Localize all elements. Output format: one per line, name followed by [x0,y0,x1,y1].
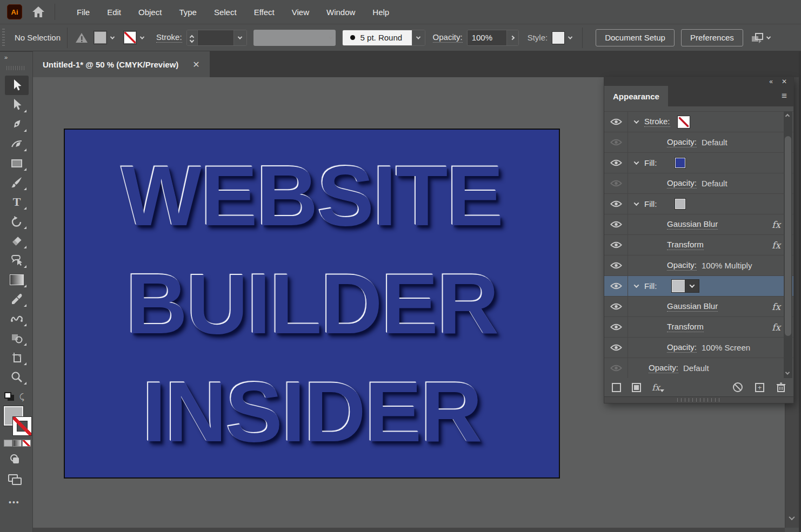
fill-swatch-dropdown-icon[interactable] [685,280,699,292]
artboard-tool-icon[interactable] [5,348,29,367]
none-mode-icon[interactable] [22,440,31,447]
add-new-fill-icon[interactable] [632,383,641,392]
eraser-tool-icon[interactable] [5,231,29,251]
fill-swatch[interactable] [94,31,107,44]
tab-close-icon[interactable]: ✕ [192,59,199,70]
stroke-none-swatch[interactable] [678,116,690,128]
stroke-dropdown-icon[interactable] [137,31,148,44]
visibility-eye-icon[interactable] [604,194,628,214]
duplicate-item-icon[interactable]: + [755,383,764,392]
fill-color-swatch[interactable] [672,280,685,292]
menu-type[interactable]: Type [170,2,205,22]
type-tool-icon[interactable]: T [5,192,29,212]
visibility-eye-icon[interactable] [604,338,628,358]
edit-toolbar-icon[interactable]: ••• [9,498,20,507]
visibility-eye-icon[interactable] [604,255,628,275]
artboard[interactable]: WEBSITE BUILDER INSIDER [64,129,560,479]
visibility-eye-icon[interactable] [604,153,628,173]
fx-icon[interactable]: fx [772,240,780,251]
appearance-row-opacity[interactable]: Opacity: 100% Multiply [604,255,793,275]
fill-dropdown-icon[interactable] [107,31,118,44]
appearance-row-effect[interactable]: Transform fx [604,234,793,255]
curvature-tool-icon[interactable] [5,134,29,153]
horizontal-scrollbar[interactable] [33,528,785,532]
panel-scrollbar[interactable] [784,111,792,378]
stroke-weight-dropdown-icon[interactable] [233,30,246,45]
panel-collapse-icon[interactable]: « [769,78,773,85]
opacity-link[interactable]: Opacity: [667,260,697,271]
brush-dropdown-icon[interactable] [412,30,425,45]
screen-mode-icon[interactable] [7,473,23,488]
scrollbar-thumb[interactable] [785,136,791,336]
toolbar-collapse-icon[interactable]: » [4,54,8,60]
arrange-dropdown-icon[interactable] [766,35,771,39]
document-tab[interactable]: Untitled-1* @ 50 % (CMYK/Preview) ✕ [33,51,210,77]
visibility-eye-icon[interactable] [604,297,628,316]
clear-appearance-icon[interactable] [732,382,743,393]
appearance-row-fill[interactable]: Fill: [604,152,793,173]
fill-row-label[interactable]: Fill: [644,199,657,208]
selection-tool-icon[interactable] [5,76,29,95]
stroke-weight-stepper[interactable] [187,30,198,45]
direct-selection-tool-icon[interactable] [5,95,29,115]
opacity-control[interactable]: 100% [467,30,519,46]
fill-row-label[interactable]: Fill: [644,281,657,291]
style-control[interactable] [548,31,576,44]
brush-definition-control[interactable]: 5 pt. Round [342,30,425,46]
paintbrush-tool-icon[interactable] [5,173,29,192]
scroll-down-icon[interactable] [785,370,790,374]
stroke-weight-combo[interactable] [186,30,247,46]
fill-color-swatch[interactable] [675,199,685,209]
stroke-none-swatch[interactable] [123,31,137,44]
expand-chevron-icon[interactable] [628,120,644,124]
menu-select[interactable]: Select [205,2,245,22]
panel-close-icon[interactable]: ✕ [782,78,787,85]
panel-resize-grip[interactable] [604,396,793,403]
style-dropdown-icon[interactable] [565,31,576,44]
arrange-documents-control[interactable] [751,32,770,44]
appearance-row-effect[interactable]: Gaussian Blur fx [604,214,793,234]
visibility-eye-icon-dim[interactable] [604,132,628,152]
pen-tool-icon[interactable] [5,115,29,134]
fx-icon[interactable]: fx [772,322,780,333]
fx-icon[interactable]: fx [772,301,780,312]
stroke-weight-field[interactable] [198,30,233,45]
stroke-color-well[interactable] [13,417,31,435]
opacity-link[interactable]: Opacity: [649,363,678,373]
visibility-eye-icon-dim[interactable] [604,358,628,378]
menu-object[interactable]: Object [130,2,170,22]
brush-preview[interactable]: 5 pt. Round [343,30,412,45]
eyedropper-tool-icon[interactable] [5,289,29,309]
expand-chevron-icon[interactable] [628,202,644,206]
style-swatch[interactable] [552,31,565,44]
effect-link[interactable]: Transform [667,240,704,250]
fill-color-swatch[interactable] [675,158,685,168]
visibility-eye-icon[interactable] [604,214,628,234]
opacity-link[interactable]: Opacity: [667,178,697,188]
color-mode-icon[interactable] [4,440,12,447]
illustrator-app-icon[interactable]: Ai [7,4,22,19]
menu-edit[interactable]: Edit [98,2,130,22]
gradient-mode-icon[interactable] [13,440,22,447]
stroke-row-label[interactable]: Stroke: [644,117,670,127]
opacity-expand-icon[interactable] [506,30,518,45]
visibility-eye-icon[interactable] [604,235,628,255]
scroll-up-icon[interactable] [785,114,790,118]
panel-menu-icon[interactable]: ≡ [782,91,787,102]
opacity-link[interactable]: Opacity: [667,137,697,147]
swap-fill-stroke-icon[interactable]: ⤸ [19,392,24,402]
add-new-effect-icon[interactable]: fx [652,382,664,393]
menu-view[interactable]: View [283,2,318,22]
stroke-color-control[interactable] [123,31,148,44]
menu-help[interactable]: Help [364,2,398,22]
zoom-tool-icon[interactable] [5,367,29,387]
shape-builder-tool-icon[interactable] [5,328,29,348]
gradient-tool-icon[interactable] [5,270,29,289]
fill-row-label[interactable]: Fill: [644,158,657,167]
rotate-tool-icon[interactable] [5,212,29,231]
opacity-link[interactable]: Opacity: [667,342,697,353]
appearance-row-stroke[interactable]: Stroke: [604,111,793,132]
appearance-row-fill-selected[interactable]: Fill: [604,275,793,296]
document-setup-button[interactable]: Document Setup [596,29,675,46]
fill-color-control[interactable] [94,31,118,44]
